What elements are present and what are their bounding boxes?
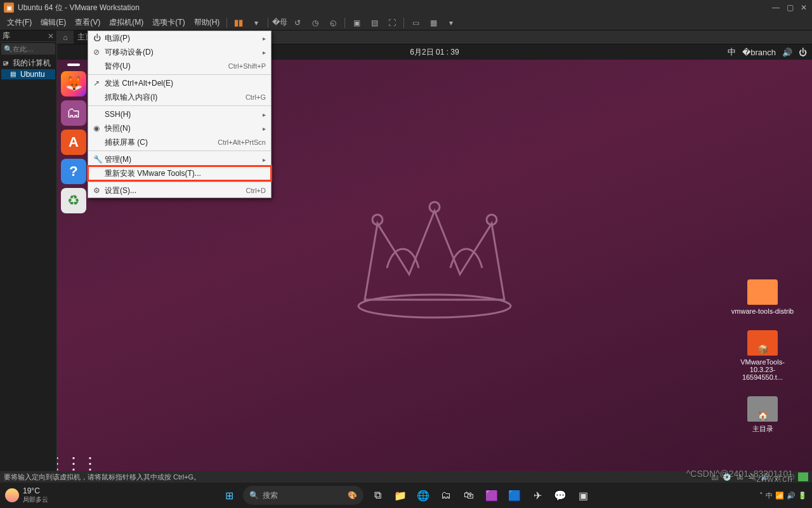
maximize-button[interactable]: ▢ — [785, 3, 794, 12]
computer-icon: 🖳 — [3, 60, 11, 67]
search-art-icon: 🎨 — [348, 491, 357, 500]
tb-app3[interactable]: ✈ — [528, 486, 546, 504]
dock-firefox[interactable]: 🦊 — [61, 71, 86, 97]
ubuntu-dock: 🦊 🗂 A ? ♻ ⋮⋮⋮ — [57, 60, 90, 483]
vm-menu-reinstall-tools[interactable]: 重新安装 VMware Tools(T)... — [88, 166, 271, 180]
tb-wechat[interactable]: 💬 — [551, 486, 569, 504]
vm-menu-capture[interactable]: 捕获屏幕 (C)Ctrl+Alt+PrtScn — [88, 135, 271, 149]
desktop-folder-vmtools[interactable]: vmware-tools-distrib — [731, 279, 794, 315]
vm-menu-grab[interactable]: 抓取输入内容(I)Ctrl+G — [88, 90, 271, 104]
library-title: 库 — [3, 30, 10, 41]
window-title: Ubuntu 64 位 - VMware Workstation — [18, 3, 140, 13]
send-icon: ↗ — [93, 79, 105, 88]
menu-file[interactable]: 文件(F) — [3, 16, 36, 29]
taskbar-weather[interactable]: 19°C 局部多云 — [5, 486, 48, 504]
camera-icon: ◉ — [93, 124, 105, 133]
dock-trash[interactable]: ♻ — [61, 188, 86, 213]
taskview-button[interactable]: ⧉ — [369, 486, 386, 504]
tb-explorer[interactable]: 📁 — [391, 486, 409, 504]
taskbar-search[interactable]: 🔍 搜索 🎨 — [243, 486, 363, 505]
ubuntu-clock: 6月2日 01 : 39 — [410, 47, 459, 58]
tb-app1[interactable]: 🟪 — [483, 486, 501, 504]
tray-volume-icon[interactable]: 🔊 — [787, 491, 796, 500]
search-icon: 🔍 — [249, 491, 259, 500]
revert-icon[interactable]: ↺ — [290, 17, 305, 29]
dock-indicator — [67, 64, 80, 66]
desktop-tar-vmtools[interactable]: 📦 VMwareTools-10.3.23-16594550.t... — [731, 330, 794, 381]
library-search[interactable]: 🔍 在此… — [1, 43, 55, 55]
gear-icon: ⚙ — [93, 186, 105, 195]
window-titlebar: ▣ Ubuntu 64 位 - VMware Workstation — ▢ ✕ — [0, 0, 812, 15]
snapshot-icon[interactable]: �母 — [272, 17, 287, 29]
vm-menu-snapshot[interactable]: ◉快照(N)▸ — [88, 121, 271, 135]
close-button[interactable]: ✕ — [799, 3, 808, 12]
taskbar-search-placeholder: 搜索 — [263, 490, 278, 501]
vm-menu-dropdown: ⏻电源(P)▸ ⊘可移动设备(D)▸ 暂停(U)Ctrl+Shift+P ↗发送… — [88, 30, 272, 198]
tree-root-label: 我的计算机 — [13, 58, 51, 69]
desktop-icons: vmware-tools-distrib 📦 VMwareTools-10.3.… — [731, 279, 794, 434]
status-indicator — [798, 472, 808, 481]
vm-menu-send-cad[interactable]: ↗发送 Ctrl+Alt+Del(E) — [88, 76, 271, 90]
tb-app2[interactable]: 🟦 — [506, 486, 523, 504]
volume-icon[interactable]: 🔊 — [782, 48, 792, 57]
dropdown-icon[interactable]: ▾ — [249, 17, 264, 29]
minimize-button[interactable]: — — [771, 3, 780, 12]
network-icon[interactable]: �branch — [742, 48, 776, 57]
windows-taskbar: 19°C 局部多云 ⊞ 🔍 搜索 🎨 ⧉ 📁 🌐 🗂 🛍 🟪 🟦 ✈ 💬 ▣ ˄… — [0, 483, 812, 508]
dock-store[interactable]: A — [61, 130, 86, 155]
menubar: 文件(F) 编辑(E) 查看(V) 虚拟机(M) 选项卡(T) 帮助(H) ▮▮… — [0, 15, 812, 30]
tree-node-ubuntu[interactable]: ▤ Ubuntu — [1, 69, 55, 79]
tree-node-label: Ubuntu — [20, 70, 45, 79]
weather-icon — [5, 488, 19, 502]
thumbnail-icon[interactable]: ▦ — [426, 17, 441, 29]
desktop-tar-label: VMwareTools-10.3.23-16594550.t... — [731, 358, 794, 381]
tray-battery-icon[interactable]: 🔋 — [798, 491, 807, 500]
fullscreen-icon[interactable]: ▣ — [349, 17, 364, 29]
vm-menu-settings[interactable]: ⚙设置(S)...Ctrl+D — [88, 184, 271, 197]
app-icon: ▣ — [4, 3, 14, 13]
tray-chevron-icon[interactable]: ˄ — [759, 491, 763, 500]
desktop-folder-label: vmware-tools-distrib — [731, 307, 794, 315]
wrench-icon: 🔧 — [93, 155, 105, 164]
tray-wifi-icon[interactable]: 📶 — [775, 491, 784, 500]
menu-tabs[interactable]: 选项卡(T) — [148, 16, 189, 29]
status-text: 要将输入定向到该虚拟机，请将鼠标指针移入其中或按 Ctrl+G。 — [4, 472, 200, 482]
vm-menu-ssh[interactable]: SSH(H)▸ — [88, 107, 271, 121]
console-icon[interactable]: ▭ — [408, 17, 423, 29]
tb-store[interactable]: 🛍 — [460, 486, 478, 504]
tab-dropdown-icon[interactable]: ▾ — [443, 17, 459, 29]
ime-indicator[interactable]: 中 — [728, 46, 736, 58]
power-icon[interactable]: ⏻ — [799, 48, 807, 57]
tb-vmware[interactable]: ▣ — [574, 486, 592, 504]
wallpaper-crown — [339, 173, 530, 338]
stretch-icon[interactable]: ⛶ — [384, 17, 400, 29]
menu-edit[interactable]: 编辑(E) — [36, 16, 70, 29]
home-icon: ⌂ — [63, 33, 67, 42]
unity-icon[interactable]: ▤ — [367, 17, 382, 29]
manage-snap-icon[interactable]: ◷ — [308, 17, 323, 29]
dock-files[interactable]: 🗂 — [61, 100, 86, 126]
tb-folder2[interactable]: 🗂 — [437, 486, 455, 504]
tab-home[interactable]: ⌂ — [60, 32, 71, 43]
library-sidebar: 库 ✕ 🔍 在此… 🖳 我的计算机 ▤ Ubuntu — [0, 30, 57, 483]
last-snap-icon[interactable]: ◵ — [325, 17, 341, 29]
pause-icon[interactable]: ▮▮ — [231, 17, 246, 29]
search-icon: 🔍 — [4, 45, 13, 53]
tree-root[interactable]: 🖳 我的计算机 — [1, 57, 55, 69]
dock-help[interactable]: ? — [61, 159, 86, 184]
menu-view[interactable]: 查看(V) — [70, 16, 105, 29]
svg-point-0 — [358, 295, 511, 318]
vm-menu-power[interactable]: ⏻电源(P)▸ — [88, 31, 271, 45]
vm-menu-manage[interactable]: 🔧管理(M)▸ — [88, 152, 271, 166]
start-button[interactable]: ⊞ — [220, 486, 238, 504]
menu-help[interactable]: 帮助(H) — [190, 16, 225, 29]
desktop-home[interactable]: 🏠 主目录 — [731, 396, 794, 434]
tray-ime[interactable]: 中 — [766, 491, 773, 500]
menu-vm[interactable]: 虚拟机(M) — [105, 16, 148, 29]
library-close-icon[interactable]: ✕ — [48, 32, 54, 41]
watermark-csdn: ^CSDN^@2401_83201101 — [686, 469, 793, 479]
tb-chrome[interactable]: 🌐 — [414, 486, 432, 504]
vm-menu-removable[interactable]: ⊘可移动设备(D)▸ — [88, 45, 271, 59]
vm-menu-pause[interactable]: 暂停(U)Ctrl+Shift+P — [88, 59, 271, 73]
power-icon: ⏻ — [93, 34, 105, 43]
